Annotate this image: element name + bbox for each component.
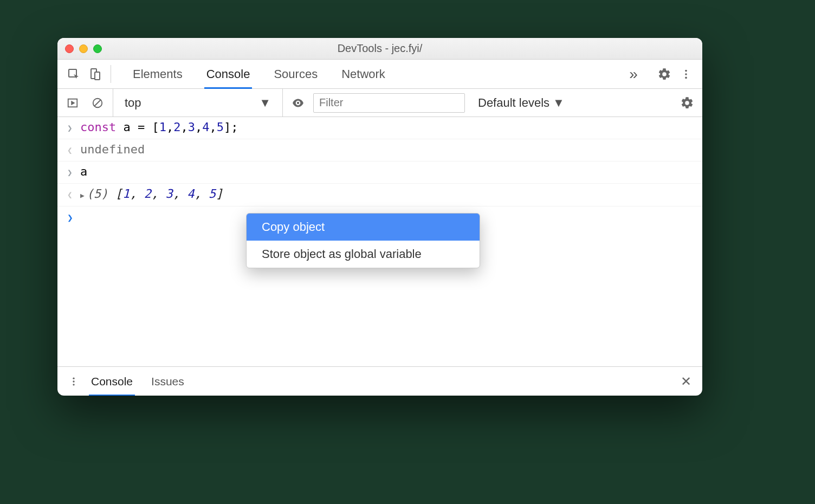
clear-console-icon[interactable] xyxy=(88,93,107,113)
input-chevron-icon xyxy=(67,120,73,137)
console-line-content: a xyxy=(80,164,87,180)
svg-point-4 xyxy=(685,73,687,75)
svg-rect-2 xyxy=(95,72,100,80)
device-toolbar-icon[interactable] xyxy=(85,60,106,88)
toggle-sidebar-icon[interactable] xyxy=(63,93,82,113)
svg-point-11 xyxy=(73,380,74,382)
tab-network[interactable]: Network xyxy=(340,60,386,88)
console-line-content: ▶(5) [1, 2, 3, 4, 5] xyxy=(80,186,223,204)
context-menu-item[interactable]: Store object as global variable xyxy=(247,241,480,268)
console-settings-icon[interactable] xyxy=(677,93,697,113)
console-row[interactable]: undefined xyxy=(57,139,702,161)
console-line-content: const a = [1,2,3,4,5]; xyxy=(80,119,238,135)
window-title: DevTools - jec.fyi/ xyxy=(57,42,702,55)
window-titlebar: DevTools - jec.fyi/ xyxy=(57,38,702,60)
more-tabs-button[interactable]: » xyxy=(623,60,644,88)
svg-line-8 xyxy=(95,100,101,106)
console-toolbar: top ▼ Default levels ▼ xyxy=(57,89,702,117)
input-chevron-icon xyxy=(67,165,73,181)
output-chevron-icon xyxy=(67,143,73,159)
prompt-chevron-icon xyxy=(67,210,73,227)
output-chevron-icon xyxy=(67,187,73,203)
drawer-tabbar: ConsoleIssues ✕ xyxy=(57,366,702,396)
context-menu-item[interactable]: Copy object xyxy=(247,214,480,241)
divider xyxy=(111,65,111,83)
console-filter-input[interactable] xyxy=(313,93,465,113)
live-expression-icon[interactable] xyxy=(288,93,308,113)
svg-point-12 xyxy=(73,384,74,385)
drawer-kebab-icon[interactable] xyxy=(63,367,85,396)
console-row[interactable]: const a = [1,2,3,4,5]; xyxy=(57,117,702,139)
svg-point-9 xyxy=(297,101,299,104)
console-line-content: undefined xyxy=(80,141,145,158)
console-row[interactable]: a xyxy=(57,161,702,184)
context-menu: Copy objectStore object as global variab… xyxy=(246,213,480,268)
execution-context-selector[interactable]: top ▼ xyxy=(117,93,279,113)
close-drawer-button[interactable]: ✕ xyxy=(675,367,697,396)
svg-point-5 xyxy=(685,76,687,79)
expand-object-icon[interactable]: ▶ xyxy=(80,191,85,199)
svg-point-10 xyxy=(73,377,74,379)
inspect-element-icon[interactable] xyxy=(63,60,85,88)
chevron-down-icon: ▼ xyxy=(259,96,271,110)
console-row[interactable]: ▶(5) [1, 2, 3, 4, 5] xyxy=(57,184,702,206)
context-label: top xyxy=(125,96,141,110)
tab-elements[interactable]: Elements xyxy=(132,60,184,88)
chevron-down-icon: ▼ xyxy=(553,96,565,110)
log-levels-selector[interactable]: Default levels ▼ xyxy=(478,96,565,110)
kebab-menu-icon[interactable] xyxy=(675,60,697,88)
main-tabbar: ElementsConsoleSourcesNetwork » xyxy=(57,60,702,89)
levels-label: Default levels xyxy=(478,96,549,110)
settings-icon[interactable] xyxy=(654,60,675,88)
drawer-tab-issues[interactable]: Issues xyxy=(150,367,185,396)
drawer-tab-console[interactable]: Console xyxy=(90,367,134,396)
svg-point-3 xyxy=(685,69,687,72)
tab-console[interactable]: Console xyxy=(205,60,251,88)
tab-sources[interactable]: Sources xyxy=(273,60,319,88)
